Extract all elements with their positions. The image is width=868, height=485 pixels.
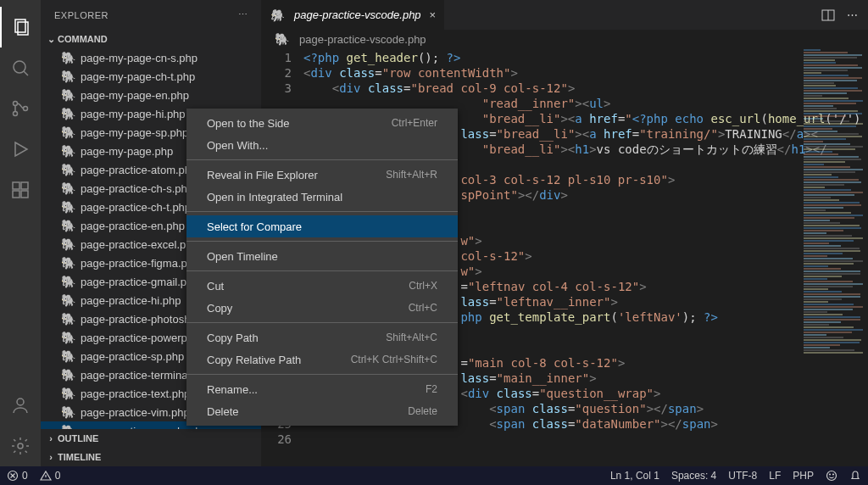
php-file-icon: 🐘: [61, 387, 75, 400]
svg-point-4: [14, 102, 18, 106]
svg-line-3: [24, 71, 28, 75]
php-file-icon: 🐘: [61, 331, 75, 344]
close-icon[interactable]: ×: [430, 8, 437, 21]
php-file-icon: 🐘: [61, 125, 75, 139]
status-errors[interactable]: 0: [7, 470, 28, 482]
split-editor-icon[interactable]: [821, 8, 835, 22]
chevron-right-icon: ›: [44, 452, 58, 462]
sidebar-title: EXPLORER: [54, 10, 108, 20]
status-feedback-icon[interactable]: [826, 470, 837, 482]
file-item[interactable]: 🐘page-my-page-cn-s.php: [41, 48, 261, 67]
svg-point-20: [827, 471, 837, 481]
section-timeline[interactable]: › TIMELINE: [41, 448, 261, 466]
svg-point-2: [14, 61, 25, 73]
svg-point-22: [833, 474, 834, 475]
php-file-icon: 🐘: [61, 181, 75, 195]
file-item[interactable]: 🐘page-my-page-en.php: [41, 86, 261, 104]
tab-active[interactable]: 🐘 page-practice-vscode.php ×: [261, 0, 445, 30]
php-file-icon: 🐘: [61, 200, 75, 214]
svg-point-5: [14, 112, 18, 116]
status-warnings[interactable]: 0: [40, 470, 61, 482]
php-file-icon: 🐘: [61, 293, 75, 307]
php-file-icon: 🐘: [61, 256, 75, 270]
svg-point-12: [17, 399, 24, 405]
menu-separator: [186, 211, 458, 212]
search-icon[interactable]: [0, 47, 41, 88]
status-bar: 0 0 Ln 1, Col 1 Spaces: 4 UTF-8 LF PHP: [0, 466, 868, 485]
chevron-down-icon: ⌄: [44, 34, 58, 45]
minimap[interactable]: [800, 48, 868, 466]
menu-item[interactable]: Rename...F2: [186, 378, 458, 400]
context-menu: Open to the SideCtrl+EnterOpen With...Re…: [186, 109, 458, 426]
run-debug-icon[interactable]: [0, 129, 41, 170]
svg-point-13: [18, 443, 23, 449]
tab-bar: 🐘 page-practice-vscode.php × ⋯: [261, 0, 868, 30]
php-file-icon: 🐘: [275, 32, 289, 46]
php-file-icon: 🐘: [61, 88, 75, 102]
svg-rect-11: [21, 182, 28, 189]
menu-item[interactable]: Open With...: [186, 134, 458, 156]
activity-bar: [0, 0, 41, 466]
more-actions-icon[interactable]: ⋯: [847, 8, 858, 21]
chevron-right-icon: ›: [44, 433, 58, 443]
php-file-icon: 🐘: [61, 163, 75, 176]
php-file-icon: 🐘: [61, 144, 75, 158]
php-file-icon: 🐘: [61, 349, 75, 363]
php-file-icon: 🐘: [61, 312, 75, 326]
svg-rect-9: [13, 191, 19, 198]
tab-label: page-practice-vscode.php: [294, 8, 421, 21]
php-file-icon: 🐘: [61, 70, 75, 83]
menu-separator: [186, 374, 458, 375]
svg-rect-8: [13, 182, 19, 189]
menu-separator: [186, 270, 458, 271]
menu-separator: [186, 159, 458, 160]
php-file-icon: 🐘: [61, 51, 75, 64]
php-file-icon: 🐘: [61, 275, 75, 288]
menu-item[interactable]: Open to the SideCtrl+Enter: [186, 112, 458, 134]
status-bell-icon[interactable]: [849, 470, 861, 482]
file-item[interactable]: 🐘page-my-page-ch-t.php: [41, 67, 261, 86]
status-spaces[interactable]: Spaces: 4: [671, 470, 716, 482]
svg-rect-10: [21, 191, 28, 198]
sidebar-more-icon[interactable]: ⋯: [238, 9, 248, 20]
menu-separator: [186, 241, 458, 242]
status-eol[interactable]: LF: [769, 470, 781, 482]
explorer-icon[interactable]: [0, 7, 41, 47]
source-control-icon[interactable]: [0, 88, 41, 129]
php-file-icon: 🐘: [61, 368, 75, 382]
menu-item[interactable]: CutCtrl+X: [186, 275, 458, 297]
menu-item[interactable]: Copy Relative PathCtrl+K Ctrl+Shift+C: [186, 348, 458, 371]
php-file-icon: 🐘: [61, 107, 75, 120]
menu-item[interactable]: CopyCtrl+C: [186, 297, 458, 319]
section-command[interactable]: ⌄ COMMAND: [41, 30, 261, 48]
svg-point-6: [24, 107, 28, 111]
php-file-icon: 🐘: [61, 405, 75, 419]
status-encoding[interactable]: UTF-8: [728, 470, 757, 482]
status-language[interactable]: PHP: [793, 470, 814, 482]
svg-point-21: [830, 474, 831, 475]
menu-item[interactable]: Open in Integrated Terminal: [186, 186, 458, 208]
status-position[interactable]: Ln 1, Col 1: [610, 470, 659, 482]
sidebar-header: EXPLORER ⋯: [41, 0, 261, 30]
menu-item[interactable]: DeleteDelete: [186, 400, 458, 422]
php-file-icon: 🐘: [61, 219, 75, 232]
extensions-icon[interactable]: [0, 170, 41, 210]
menu-item[interactable]: Open Timeline: [186, 245, 458, 267]
menu-item[interactable]: Select for Compare: [186, 215, 458, 237]
section-outline[interactable]: › OUTLINE: [41, 429, 261, 448]
breadcrumb[interactable]: 🐘 page-practice-vscode.php: [261, 30, 868, 48]
settings-gear-icon[interactable]: [0, 426, 41, 466]
menu-item[interactable]: Copy PathShift+Alt+C: [186, 326, 458, 348]
menu-item[interactable]: Reveal in File ExplorerShift+Alt+R: [186, 164, 458, 186]
php-file-icon: 🐘: [270, 8, 284, 22]
php-file-icon: 🐘: [61, 237, 75, 251]
accounts-icon[interactable]: [0, 385, 41, 426]
menu-separator: [186, 322, 458, 323]
svg-marker-7: [15, 142, 27, 156]
